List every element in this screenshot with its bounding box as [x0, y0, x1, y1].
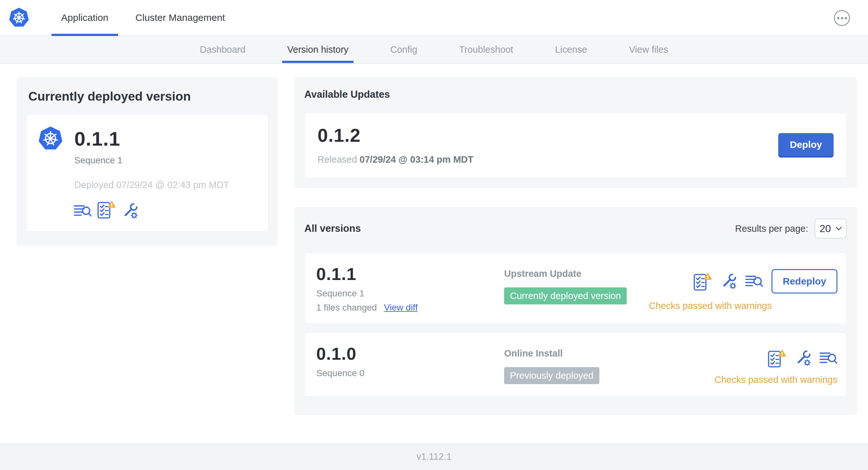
app-level-tabs: Application Cluster Management — [48, 0, 238, 35]
available-updates-panel: Available Updates 0.1.2 Released 07/29/2… — [294, 77, 857, 188]
tab-license[interactable]: License — [555, 36, 587, 63]
current-version-number: 0.1.1 — [74, 127, 120, 150]
results-per-page: Results per page: 20 — [735, 219, 847, 239]
app-footer: v1.112.1 — [0, 443, 868, 470]
previously-deployed-badge: Previously deployed — [504, 367, 599, 384]
row-version-number: 0.1.1 — [316, 264, 504, 284]
tab-version-history[interactable]: Version history — [287, 36, 348, 63]
row-sequence: Sequence 1 — [316, 289, 504, 299]
currently-deployed-card: 0.1.1 Sequence 1 Deployed 07/29/24 @ 02:… — [26, 114, 268, 232]
version-row-0-1-1: 0.1.1 Sequence 1 1 files changed View di… — [304, 253, 847, 324]
all-versions-title: All versions — [304, 223, 361, 234]
currently-deployed-badge: Currently deployed version — [504, 288, 627, 304]
redeploy-button[interactable]: Redeploy — [772, 269, 837, 294]
tab-config[interactable]: Config — [390, 36, 417, 63]
view-diff-link[interactable]: View diff — [384, 303, 417, 313]
main-content: Currently deployed version 0.1.1 Sequenc… — [0, 64, 868, 443]
available-updates-title: Available Updates — [304, 89, 847, 100]
update-released-timestamp: Released 07/29/24 @ 03:14 pm MDT — [317, 154, 473, 165]
tab-dashboard[interactable]: Dashboard — [200, 36, 245, 63]
available-update-card: 0.1.2 Released 07/29/24 @ 03:14 pm MDT D… — [304, 112, 847, 178]
preflight-checks-warning-icon[interactable] — [768, 349, 786, 367]
diff-icon[interactable] — [819, 351, 837, 366]
admin-console-page: Application Cluster Management Dashboard… — [0, 0, 868, 470]
tab-application-label: Application — [61, 12, 108, 23]
preflight-status-text: Checks passed with warnings — [715, 374, 837, 385]
currently-deployed-panel: Currently deployed version 0.1.1 Sequenc… — [17, 77, 278, 246]
results-per-page-value: 20 — [819, 223, 831, 235]
tab-view-files[interactable]: View files — [629, 36, 668, 63]
all-versions-panel: All versions Results per page: 20 0.1.1 … — [294, 207, 857, 415]
currently-deployed-title: Currently deployed version — [28, 89, 268, 103]
current-version-sequence: Sequence 1 — [74, 155, 257, 166]
tab-troubleshoot[interactable]: Troubleshoot — [459, 36, 513, 63]
current-version-actions — [74, 200, 257, 219]
results-per-page-label: Results per page: — [735, 224, 808, 234]
kubernetes-app-icon — [38, 126, 63, 152]
current-version-deployed-timestamp: Deployed 07/29/24 @ 02:43 pm MDT — [74, 180, 257, 190]
preflight-checks-warning-icon[interactable] — [97, 200, 116, 219]
right-column: Available Updates 0.1.2 Released 07/29/2… — [294, 77, 857, 415]
ellipsis-icon — [837, 17, 839, 19]
version-row-0-1-0: 0.1.0 Sequence 0 Online Install Previous… — [304, 332, 847, 396]
preflight-checks-warning-icon[interactable] — [694, 272, 712, 291]
deploy-button[interactable]: Deploy — [778, 133, 834, 156]
tab-cluster-management-label: Cluster Management — [135, 12, 225, 23]
edit-config-icon[interactable] — [721, 274, 737, 289]
app-header: Application Cluster Management — [0, 0, 868, 36]
app-subnav: Dashboard Version history Config Trouble… — [0, 36, 868, 64]
diff-icon[interactable] — [74, 203, 92, 219]
app-logo — [0, 0, 30, 35]
row-version-number: 0.1.0 — [316, 344, 504, 364]
chevron-down-icon — [836, 227, 842, 231]
row-source: Upstream Update — [504, 268, 649, 279]
row-source: Online Install — [504, 348, 715, 359]
row-files-changed: 1 files changed — [316, 303, 377, 313]
tab-cluster-management[interactable]: Cluster Management — [122, 0, 238, 35]
row-sequence: Sequence 0 — [316, 368, 504, 378]
update-version-number: 0.1.2 — [317, 125, 473, 146]
tab-application[interactable]: Application — [48, 0, 122, 35]
results-per-page-select[interactable]: 20 — [815, 219, 847, 239]
more-options-button[interactable] — [834, 10, 850, 26]
edit-config-icon[interactable] — [122, 203, 138, 219]
kubernetes-logo-icon — [8, 7, 30, 28]
diff-icon[interactable] — [745, 274, 763, 289]
preflight-status-text: Checks passed with warnings — [649, 301, 772, 311]
console-version: v1.112.1 — [416, 451, 452, 462]
edit-config-icon[interactable] — [795, 350, 811, 366]
